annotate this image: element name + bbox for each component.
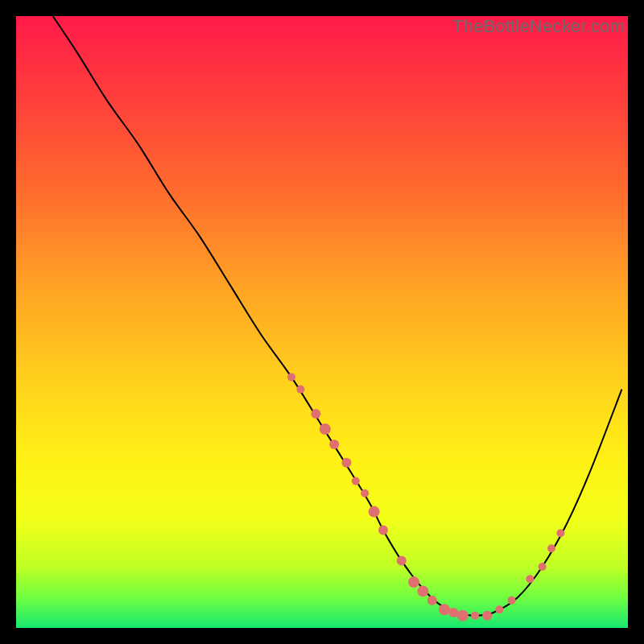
curve-marker (448, 608, 458, 617)
curve-marker (287, 373, 295, 381)
curve-marker (341, 458, 351, 468)
curve-marker (547, 544, 555, 552)
curve-marker (427, 596, 437, 605)
curve-marker (471, 612, 479, 620)
curve-marker (417, 585, 428, 597)
curve-marker (329, 440, 339, 449)
curve-marker (378, 525, 388, 535)
bottleneck-chart (16, 16, 628, 628)
curve-marker (457, 610, 469, 621)
curve-marker (320, 423, 331, 435)
curve-marker (556, 529, 564, 537)
curve-marker (361, 489, 369, 497)
curve-marker (526, 575, 534, 583)
curve-marker (369, 506, 380, 518)
gradient-background (16, 16, 628, 628)
curve-marker (495, 605, 503, 613)
curve-marker (408, 576, 419, 588)
watermark-label: TheBottleNecker.com (452, 16, 625, 37)
curve-marker (296, 386, 304, 394)
curve-marker (439, 604, 450, 615)
curve-marker (352, 477, 360, 485)
curve-marker (397, 555, 407, 565)
curve-marker (482, 611, 492, 621)
chart-frame: TheBottleNecker.com (16, 16, 628, 628)
curve-marker (539, 563, 547, 571)
curve-marker (311, 409, 320, 419)
curve-marker (508, 597, 516, 605)
